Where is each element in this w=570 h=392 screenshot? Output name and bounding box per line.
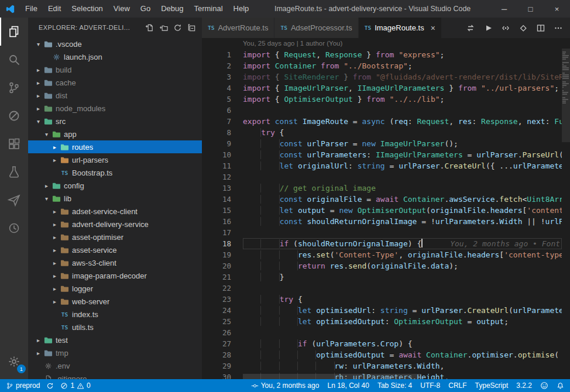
horizontal-scrollbar[interactable] [243,374,562,379]
menu-help[interactable]: Help [228,0,255,18]
more-actions-icon[interactable] [554,23,563,33]
code-line-21[interactable]: 21 } [202,271,570,283]
code-line-10[interactable]: 10 const urlParameters: IImageUrlParamet… [202,149,570,160]
tree-item-tmp[interactable]: ▸tmp [28,346,202,359]
code-line-5[interactable]: 5import { OptimiserOutput } from "../../… [202,94,570,105]
tree-item-node-modules[interactable]: ▸node_modules [28,102,202,115]
tree-item-url-parsers[interactable]: ▸url-parsers [28,153,202,166]
code-line-8[interactable]: 8 try { [202,127,570,138]
activity-search-button[interactable] [0,46,28,74]
tree-item-asset-service[interactable]: ▸asset-service [28,243,202,256]
minimize-button[interactable]: ─ [491,0,517,18]
minimap-slider[interactable] [562,49,570,142]
code-line-29[interactable]: 29 rw: urlParameters.Width, [202,360,570,372]
gitlens-diff-icon[interactable] [519,23,528,33]
tree-item-asset-optimiser[interactable]: ▸asset-optimiser [28,231,202,243]
status-indentation[interactable]: Tab Size: 4 [377,381,412,390]
maximize-button[interactable]: □ [517,0,544,18]
problems-indicator[interactable]: 1 0 [60,381,90,390]
gitlens-authors-lens[interactable]: You, 25 days ago | 1 author (You) [202,38,570,49]
code-line-16[interactable]: 16 const shouldReturnOrignalImage = !url… [202,216,570,227]
tree-item-test[interactable]: ▸test [28,333,202,346]
split-editor-icon[interactable] [536,23,545,33]
code-line-11[interactable]: 11 let originalUrl: string = urlParser.C… [202,160,570,171]
code-line-2[interactable]: 2import Container from "../Bootstrap"; [202,60,570,71]
sync-button[interactable] [46,382,54,390]
tree-item-index-ts[interactable]: TSindex.ts [28,308,202,321]
close-tab-icon[interactable]: × [431,23,435,33]
tree-item-utils-ts[interactable]: TSutils.ts [28,321,202,333]
code-line-24[interactable]: 24 let optimisedUrl: string = urlParser.… [202,305,570,316]
tree-item-config[interactable]: ▸config [28,179,202,192]
new-folder-icon[interactable] [159,23,168,32]
tree-item-cache[interactable]: ▸cache [28,76,202,89]
tab-imageroute-ts[interactable]: TSImageRoute.ts× [359,18,442,38]
status-cursor-position[interactable]: Ln 18, Col 40 [327,381,369,390]
tab-adsetprocessor-ts[interactable]: TSAdsetProcessor.ts [274,18,358,38]
code-line-25[interactable]: 25 let optimisedOutput: OptimiserOutput … [202,316,570,327]
code-line-12[interactable]: 12 [202,171,570,183]
activity-explorer-button[interactable] [0,18,28,46]
code-line-20[interactable]: 20 return res.send(originalFile.data); [202,260,570,271]
tree-item-launch-json[interactable]: launch.json [28,50,202,63]
tree-item-build[interactable]: ▸build [28,63,202,76]
activity-test-button[interactable] [0,158,28,186]
code-line-23[interactable]: 23 try { [202,294,570,305]
menu-edit[interactable]: Edit [43,0,66,18]
menu-view[interactable]: View [108,0,135,18]
refresh-icon[interactable] [173,23,182,32]
code-line-22[interactable]: 22 [202,283,570,294]
tree-item-src[interactable]: ▾src [28,115,202,128]
close-button[interactable]: × [544,0,570,18]
menu-file[interactable]: File [20,0,43,18]
code-line-9[interactable]: 9 const urlParser = new ImageUrlParser()… [202,138,570,149]
code-line-26[interactable]: 26 [202,327,570,338]
tree-item-lib[interactable]: ▾lib [28,192,202,205]
menu-selection[interactable]: Selection [66,0,108,18]
activity-debug-button[interactable] [0,102,28,130]
code-line-18[interactable]: 18 if (shouldReturnOrignalImage) {You, 2… [202,238,570,249]
horizontal-scrollbar-thumb[interactable] [243,374,421,379]
tree-item-logger[interactable]: ▸logger [28,282,202,295]
code-line-3[interactable]: 3import { SiteRenderer } from "@fluidads… [202,71,570,82]
activity-history-button[interactable] [0,214,28,242]
status-typescript-version[interactable]: 3.2.2 [516,381,532,390]
notifications-bell-icon[interactable] [557,382,564,390]
tree-item-gitignore[interactable]: .gitignore [28,372,202,379]
menu-go[interactable]: Go [135,0,156,18]
feedback-icon[interactable] [540,381,548,390]
activity-send-button[interactable] [0,186,28,214]
tree-item-env[interactable]: .env [28,359,202,372]
collapse-all-icon[interactable] [187,23,196,32]
tree-item-image-param-decoder[interactable]: ▸image-param-decoder [28,269,202,282]
code-line-19[interactable]: 19 res.set('Content-Type', originalFile.… [202,249,570,260]
new-file-icon[interactable] [145,23,154,32]
tree-item-dist[interactable]: ▸dist [28,89,202,102]
branch-indicator[interactable]: preprod [6,381,40,390]
tree-item-advert-delivery-service[interactable]: ▸advert-delivery-service [28,218,202,231]
tree-item-web-server[interactable]: ▸web-server [28,295,202,308]
open-changes-icon[interactable] [466,23,475,33]
status-encoding[interactable]: UTF-8 [420,381,440,390]
tree-item-adset-service-client[interactable]: ▸adset-service-client [28,205,202,218]
activity-source-control-button[interactable] [0,74,28,102]
tab-advertroute-ts[interactable]: TSAdvertRoute.ts [202,18,274,38]
status-eol[interactable]: CRLF [448,381,466,390]
code-area[interactable]: You, 25 days ago | 1 author (You) 1impor… [202,38,570,379]
minimap[interactable] [562,38,570,379]
code-line-14[interactable]: 14 const originalFile = await Container.… [202,194,570,205]
tree-item-bootstrap-ts[interactable]: TSBootstrap.ts [28,166,202,179]
tree-item-aws-s3-client[interactable]: ▸aws-s3-client [28,256,202,269]
code-line-15[interactable]: 15 let output = new OptimiserOutput(orig… [202,205,570,216]
menu-terminal[interactable]: Terminal [188,0,228,18]
compare-icon[interactable] [501,23,510,33]
tree-item-app[interactable]: ▾app [28,128,202,140]
tree-item-vscode[interactable]: ▾.vscode [28,37,202,50]
code-line-1[interactable]: 1import { Request, Response } from "expr… [202,49,570,60]
code-line-17[interactable]: 17 [202,227,570,238]
settings-button[interactable]: 1 [0,348,28,376]
run-icon[interactable] [483,23,493,33]
status-language-mode[interactable]: TypeScript [475,381,509,390]
code-line-28[interactable]: 28 optimisedOutput = await Container.opt… [202,349,570,360]
activity-extensions-button[interactable] [0,130,28,158]
